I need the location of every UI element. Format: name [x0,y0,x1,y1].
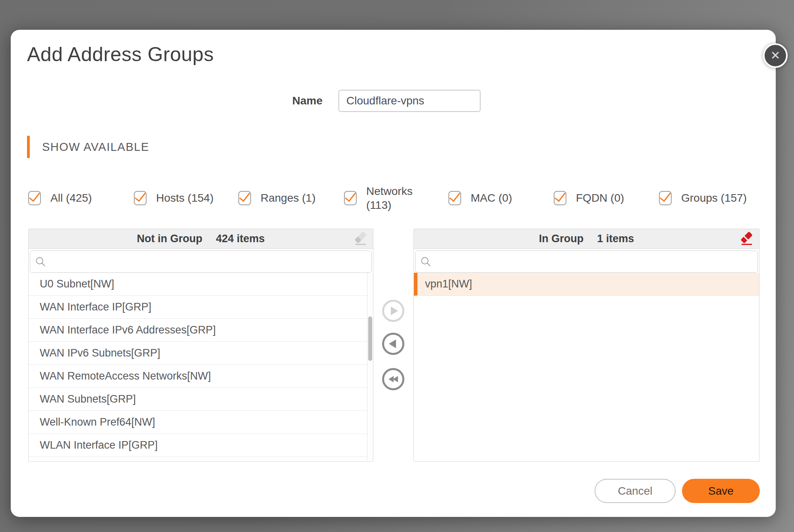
clear-list-button[interactable] [352,231,369,247]
in-group-list: vpn1[NW] [414,273,759,461]
page-title: Add Address Groups [27,42,214,67]
clear-group-button[interactable] [738,231,755,247]
list-item[interactable]: Well-Known Pref64[NW] [29,411,367,434]
save-button[interactable]: Save [682,479,760,503]
search-input[interactable] [50,251,367,272]
list-scrollbar-thumb[interactable] [368,316,372,361]
filter-networks: Networks (113) [344,183,417,213]
checkbox-ranges[interactable] [238,191,251,205]
panel-count: 424 items [216,233,265,245]
double-arrow-left-icon [393,376,398,382]
name-input[interactable] [338,90,481,112]
filter-all: All (425) [28,183,92,213]
list-scrollbar-track[interactable] [367,273,373,461]
list-item[interactable]: WAN Interface IP[GRP] [29,296,367,319]
arrow-right-icon [391,306,398,315]
move-to-group-button[interactable] [382,300,404,322]
search-input[interactable] [435,251,753,272]
filter-label: Ranges (1) [261,192,316,204]
panel-count: 1 items [597,233,634,245]
remove-all-from-group-button[interactable] [382,368,404,390]
filter-mac: MAC (0) [448,183,512,213]
filter-label: FQDN (0) [576,192,624,204]
add-address-groups-dialog: Add Address Groups ✕ Name SHOW AVAILABLE… [11,30,776,517]
section-accent-bar [27,136,30,158]
search-icon [420,256,431,267]
list-item[interactable]: WAN IPv6 Subnets[GRP] [29,342,367,365]
list-item[interactable]: WAN RemoteAccess Networks[NW] [29,365,367,388]
panel-title: In Group [539,233,583,245]
name-label: Name [265,90,323,112]
checkbox-groups[interactable] [659,191,672,205]
remove-from-group-button[interactable] [382,333,404,355]
not-in-group-list: U0 Subnet[NW] WAN Interface IP[GRP] WAN … [29,273,373,461]
dimmed-overlay: Add Address Groups ✕ Name SHOW AVAILABLE… [0,0,794,532]
filter-label: MAC (0) [471,192,512,204]
arrow-left-icon [389,339,396,348]
not-in-group-panel: Not in Group 424 items [28,229,373,462]
cancel-button[interactable]: Cancel [595,479,676,503]
filter-groups: Groups (157) [659,183,747,213]
checkbox-hosts[interactable] [134,191,147,205]
close-button[interactable]: ✕ [763,43,788,68]
checkbox-all[interactable] [28,191,41,205]
list-item-selected[interactable]: vpn1[NW] [414,273,759,296]
checkbox-fqdn[interactable] [554,191,566,205]
in-group-panel: In Group 1 items [413,229,759,462]
list-item[interactable]: WAN Interface IPv6 Addresses[GRP] [29,319,367,342]
not-in-group-header: Not in Group 424 items [29,229,373,249]
filter-ranges: Ranges (1) [238,183,316,213]
filter-label: Networks (113) [366,184,417,212]
list-item[interactable]: U0 Subnet[NW] [29,273,367,296]
filter-hosts: Hosts (154) [134,183,214,213]
not-in-group-search [30,251,372,273]
panel-title: Not in Group [137,233,202,245]
eraser-icon [353,231,369,247]
section-header: SHOW AVAILABLE [42,136,149,158]
in-group-search [415,251,758,273]
filter-label: Groups (157) [681,192,747,204]
search-icon [35,256,46,267]
filter-label: Hosts (154) [156,192,214,204]
filter-label: All (425) [50,192,92,204]
close-icon: ✕ [770,50,780,62]
filter-fqdn: FQDN (0) [554,183,624,213]
checkbox-mac[interactable] [448,191,461,205]
list-item[interactable]: WAN Subnets[GRP] [29,388,367,411]
in-group-header: In Group 1 items [414,229,759,249]
eraser-icon [739,231,755,247]
list-item[interactable]: WLAN Interface IP[GRP] [29,434,367,457]
checkbox-networks[interactable] [344,191,357,205]
